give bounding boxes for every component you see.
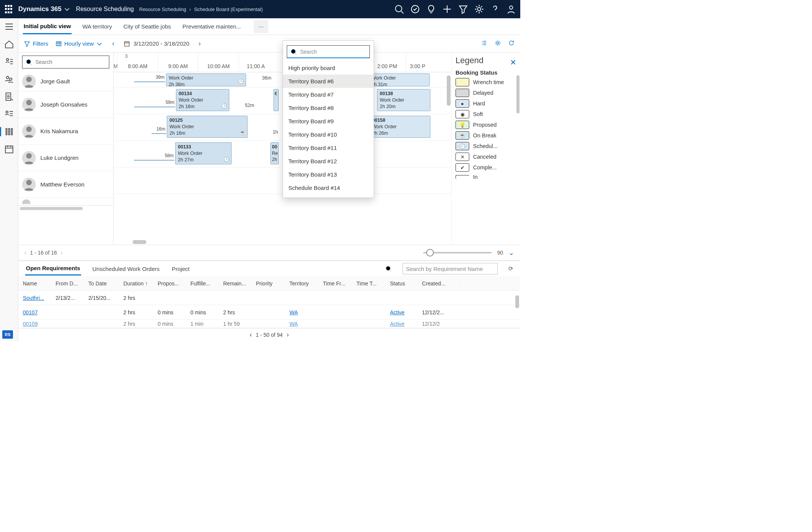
- col-from[interactable]: From D...: [56, 280, 88, 287]
- workorder-card-partial[interactable]: 00 Re 2h: [270, 142, 279, 164]
- col-priority[interactable]: Priority: [256, 280, 289, 287]
- area-title[interactable]: Resource Scheduling: [76, 6, 134, 13]
- pager-next-button[interactable]: ›: [286, 331, 289, 339]
- grid-row[interactable]: 00109 2 hrs 0 mins 1 min 1 hr 59 WA Acti…: [18, 320, 520, 328]
- grid-link[interactable]: 00107: [23, 309, 56, 315]
- workorder-card[interactable]: 00158 Work Order 2h 26m: [369, 116, 430, 138]
- col-created[interactable]: Created...: [422, 280, 460, 287]
- tab-initial-view[interactable]: Initial public view: [23, 19, 72, 34]
- nav-resources-icon[interactable]: [4, 57, 14, 66]
- close-icon[interactable]: ✕: [510, 58, 516, 67]
- breadcrumb-2[interactable]: Schedule Board (Experimental): [194, 6, 263, 12]
- refresh-icon[interactable]: ⟳: [508, 265, 513, 272]
- legend-vscroll[interactable]: [516, 75, 519, 151]
- help-icon[interactable]: [490, 4, 500, 14]
- resource-hscroll[interactable]: [18, 205, 113, 211]
- grid-vscroll[interactable]: [515, 295, 519, 322]
- board-settings-icon[interactable]: [494, 40, 501, 48]
- nav-workorders-icon[interactable]: [4, 92, 14, 101]
- workorder-card[interactable]: 00134 Work Order 2h 16m 🕒: [176, 89, 229, 111]
- search-icon[interactable]: [394, 4, 404, 14]
- popup-item[interactable]: Schedule Board #14: [283, 181, 374, 194]
- popup-item[interactable]: Territory Board #8: [283, 101, 374, 115]
- tab-project[interactable]: Project: [171, 263, 190, 275]
- gear-icon[interactable]: [474, 4, 484, 14]
- grid-row[interactable]: Southri... 2/13/2... 2/15/20... 2 hrs: [18, 291, 520, 305]
- workorder-card[interactable]: 00125 Work Order 2h 16m ☕: [167, 116, 248, 138]
- breadcrumb-1[interactable]: Resource Scheduling: [139, 6, 187, 12]
- filters-button[interactable]: Filters: [24, 40, 48, 47]
- workorder-card[interactable]: Work Order 2h 31m: [369, 73, 430, 86]
- grid-link[interactable]: Active: [390, 321, 422, 327]
- col-name[interactable]: Name: [23, 280, 56, 287]
- col-timefrom[interactable]: Time Fr...: [323, 280, 356, 287]
- col-remaining[interactable]: Remain...: [223, 280, 256, 287]
- zoom-slider[interactable]: [423, 252, 492, 253]
- tab-preventative[interactable]: Preventative mainten...: [182, 19, 241, 33]
- workorder-card[interactable]: 00133 Work Order 2h 27m 🕒: [175, 142, 232, 164]
- board-vscroll[interactable]: [447, 75, 451, 242]
- tabs-overflow-icon[interactable]: ⋯: [254, 20, 268, 33]
- nav-hamburger-icon[interactable]: [4, 22, 14, 31]
- resource-row[interactable]: Matthew Everson: [18, 171, 113, 198]
- nav-home-icon[interactable]: [4, 40, 14, 49]
- tab-seattle-jobs[interactable]: City of Seattle jobs: [123, 19, 172, 33]
- col-timeto[interactable]: Time T...: [356, 280, 390, 287]
- popup-item[interactable]: High priority board: [283, 61, 374, 75]
- col-duration[interactable]: Duration ↑: [123, 280, 158, 287]
- popup-item[interactable]: Territory Board #6: [283, 75, 374, 88]
- popup-item[interactable]: Territory Board #11: [283, 141, 374, 155]
- grid-link[interactable]: WA: [289, 309, 323, 315]
- popup-item[interactable]: Territory Board #9: [283, 115, 374, 128]
- col-status[interactable]: Status: [390, 280, 422, 287]
- search-icon[interactable]: [385, 265, 392, 272]
- filter-icon[interactable]: [458, 4, 468, 14]
- resource-row[interactable]: Kris Nakamura: [18, 118, 113, 145]
- col-proposed[interactable]: Propos...: [158, 280, 190, 287]
- board-hscroll[interactable]: [115, 240, 450, 244]
- grid-link[interactable]: WA: [289, 321, 323, 327]
- requirement-search-input[interactable]: Search by Requirement Name: [403, 263, 498, 274]
- list-view-icon[interactable]: [481, 40, 488, 48]
- lightbulb-icon[interactable]: [426, 4, 436, 14]
- date-range-label[interactable]: 3/12/2020 - 3/18/2020: [123, 40, 189, 47]
- popup-item[interactable]: Territory Board #13: [283, 168, 374, 181]
- date-prev-button[interactable]: ‹: [110, 40, 117, 48]
- nav-team-icon[interactable]: [4, 75, 14, 84]
- user-icon[interactable]: [506, 4, 516, 14]
- popup-search-input[interactable]: Search: [287, 45, 370, 58]
- grid-link[interactable]: Southri...: [23, 295, 56, 301]
- workorder-card-partial[interactable]: €: [273, 89, 279, 111]
- hourly-view-button[interactable]: Hourly view: [55, 40, 103, 47]
- col-fulfilled[interactable]: Fulfille...: [190, 280, 223, 287]
- popup-item[interactable]: Territory Board #7: [283, 88, 374, 101]
- resource-row[interactable]: Jorge Gault: [18, 72, 113, 91]
- resource-row[interactable]: Luke Lundgren: [18, 145, 113, 171]
- slider-knob[interactable]: [426, 249, 434, 256]
- grid-link[interactable]: 00109: [23, 321, 56, 327]
- resource-row[interactable]: Joseph Gonsalves: [18, 91, 113, 118]
- pager-prev-button[interactable]: ‹: [24, 250, 26, 256]
- nav-calendar-icon[interactable]: [4, 145, 14, 154]
- grid-link[interactable]: Active: [390, 309, 422, 315]
- popup-item[interactable]: Territory Board #10: [283, 128, 374, 141]
- pager-prev-button[interactable]: ‹: [250, 331, 252, 339]
- popup-item[interactable]: Territory Board #12: [283, 155, 374, 168]
- app-launcher-icon[interactable]: [4, 5, 13, 14]
- tab-unscheduled-wo[interactable]: Unscheduled Work Orders: [92, 263, 160, 275]
- grid-row[interactable]: 00107 2 hrs 0 mins 0 mins 2 hrs WA Activ…: [18, 305, 520, 320]
- resource-search-input[interactable]: Search: [22, 56, 109, 68]
- expand-chevron-icon[interactable]: ⌄: [508, 248, 514, 257]
- workorder-card[interactable]: Work Order 2h 38m 🕒: [166, 73, 246, 86]
- rs-badge[interactable]: RS: [2, 330, 13, 339]
- task-icon[interactable]: [410, 4, 420, 14]
- brand-title[interactable]: Dynamics 365: [18, 5, 70, 13]
- nav-peoplelist-icon[interactable]: [4, 110, 14, 119]
- date-next-button[interactable]: ›: [196, 40, 203, 48]
- refresh-icon[interactable]: [508, 40, 515, 48]
- tab-wa-territory[interactable]: WA territory: [82, 19, 113, 33]
- col-territory[interactable]: Territory: [289, 280, 323, 287]
- pager-next-button[interactable]: ›: [61, 250, 63, 256]
- nav-scheduleboard-icon[interactable]: [4, 127, 14, 136]
- tab-open-requirements[interactable]: Open Requirements: [25, 262, 81, 276]
